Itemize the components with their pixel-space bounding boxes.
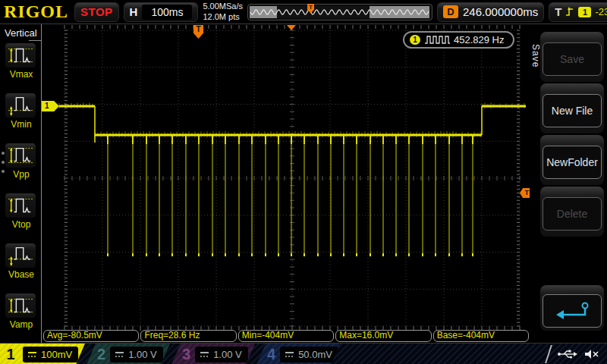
delay-readout: D 246.000000ms bbox=[437, 2, 544, 22]
timebase-value: 100ms bbox=[142, 5, 192, 20]
channel-number: 4 bbox=[267, 344, 275, 364]
channel-scale: 100mV bbox=[41, 349, 72, 360]
trigger-label: T bbox=[555, 5, 561, 18]
vtop-icon bbox=[5, 193, 36, 218]
frequency-counter: 1 452.829 Hz bbox=[403, 31, 514, 49]
acquisition-info: 5.00MSa/s 12.0M pts bbox=[203, 2, 243, 21]
save-button[interactable]: Save bbox=[543, 42, 602, 76]
preview-waveform-icon bbox=[248, 5, 432, 20]
dc-coupling-icon bbox=[27, 351, 37, 358]
measurement-avg: Avg=-80.5mV bbox=[43, 330, 139, 342]
channel-1-status[interactable]: 1 100mV bbox=[0, 344, 85, 364]
measurement-freq: Freq=28.6 Hz bbox=[140, 330, 236, 342]
trigger-edge-icon bbox=[565, 5, 574, 18]
menu-tab-label: Save bbox=[530, 44, 541, 67]
channel-scale: 50.0mV bbox=[298, 349, 332, 360]
channel-status-bar: 1 100mV 2 1.00 V 3 bbox=[0, 343, 607, 364]
menu-item-vpp[interactable]: Vpp bbox=[5, 143, 38, 180]
memory-depth: 12.0M pts bbox=[203, 12, 243, 22]
status-bar-divider bbox=[545, 345, 552, 363]
menu-item-label: Vmax bbox=[5, 69, 38, 80]
menu-item-label: Vpp bbox=[5, 169, 38, 180]
softkey-card bbox=[540, 285, 604, 331]
delete-button[interactable]: Delete bbox=[543, 197, 602, 231]
channel-4-status[interactable]: 4 50.0mV bbox=[256, 344, 340, 364]
back-button[interactable] bbox=[543, 294, 602, 328]
vpp-icon bbox=[5, 143, 36, 168]
vbase-icon bbox=[5, 243, 36, 268]
vamp-icon bbox=[5, 293, 36, 318]
vmax-icon bbox=[5, 42, 36, 68]
speaker-muted-icon bbox=[583, 348, 599, 360]
measurement-base: Base=-404mV bbox=[433, 330, 529, 342]
menu-item-vmin[interactable]: Vmin bbox=[5, 93, 38, 130]
softkey-card: New File bbox=[540, 83, 604, 133]
counter-channel-badge: 1 bbox=[410, 35, 420, 45]
return-arrow-icon bbox=[550, 300, 594, 322]
softkey-card: Delete bbox=[540, 187, 604, 237]
menu-scroll-dots bbox=[2, 152, 5, 173]
dc-coupling-icon bbox=[200, 351, 209, 358]
dc-coupling-icon bbox=[285, 351, 294, 358]
new-file-button[interactable]: New File bbox=[543, 94, 602, 127]
menu-item-label: Vamp bbox=[5, 319, 38, 330]
menu-item-vmax[interactable]: Vmax bbox=[5, 42, 38, 80]
delay-value: 246.000000ms bbox=[463, 5, 538, 18]
channel-number: 2 bbox=[97, 344, 105, 364]
waveform-display: T 1 T 1 452.829 Hz Avg=-80.5mV Freq=28.6… bbox=[42, 24, 530, 343]
save-softkey-menu: Save Save New File NewFolder Delete bbox=[530, 24, 607, 343]
vertical-measure-menu: Vertical Vmax Vmin bbox=[0, 24, 42, 343]
rigol-logo: RIGOL bbox=[2, 2, 70, 22]
channel-2-status[interactable]: 2 1.00 V bbox=[86, 344, 170, 364]
squarewave-icon bbox=[424, 35, 450, 45]
channel-scale: 1.00 V bbox=[128, 349, 157, 360]
oscilloscope-screen: RIGOL STOP H 100ms 5.00MSa/s 12.0M pts T… bbox=[0, 0, 607, 364]
measurement-min: Min=-404mV bbox=[238, 330, 334, 342]
counter-value: 452.829 Hz bbox=[454, 34, 505, 46]
trigger-level-value: -232mV bbox=[595, 6, 607, 17]
dc-coupling-icon bbox=[115, 351, 124, 358]
main-area: Vertical Vmax Vmin bbox=[0, 24, 607, 343]
channel-scale: 1.00 V bbox=[213, 349, 242, 360]
menu-title: Vertical bbox=[0, 24, 41, 39]
channel-3-status[interactable]: 3 1.00 V bbox=[171, 344, 255, 364]
new-folder-button[interactable]: NewFolder bbox=[543, 146, 602, 179]
horizontal-timebase-box: H 100ms bbox=[124, 2, 199, 22]
menu-item-label: Vtop bbox=[5, 219, 38, 230]
menu-item-vtop[interactable]: Vtop bbox=[5, 193, 38, 230]
vmin-icon bbox=[5, 93, 36, 118]
menu-item-vbase[interactable]: Vbase bbox=[5, 243, 38, 280]
menu-item-label: Vmin bbox=[5, 119, 38, 130]
menu-item-vamp[interactable]: Vamp bbox=[5, 293, 38, 330]
trigger-readout: T 1 -232mV bbox=[549, 2, 607, 22]
usb-icon bbox=[557, 348, 577, 360]
run-state-indicator: STOP bbox=[74, 2, 119, 22]
sample-rate: 5.00MSa/s bbox=[203, 2, 243, 11]
softkey-card: Save bbox=[540, 32, 604, 82]
memory-waveform-preview[interactable]: T bbox=[247, 4, 432, 20]
menu-tab-notch bbox=[29, 40, 42, 41]
horizontal-label: H bbox=[130, 5, 138, 18]
delay-badge: D bbox=[443, 5, 458, 18]
trigger-source-badge: 1 bbox=[578, 7, 591, 17]
top-bar: RIGOL STOP H 100ms 5.00MSa/s 12.0M pts T… bbox=[0, 0, 607, 24]
measurement-row: Avg=-80.5mV Freq=28.6 Hz Min=-404mV Max=… bbox=[43, 330, 529, 342]
measurement-max: Max=16.0mV bbox=[335, 330, 431, 342]
scope-graticule-waveform bbox=[42, 24, 530, 343]
trigger-center-marker bbox=[287, 25, 296, 30]
channel-number: 1 bbox=[3, 344, 18, 364]
menu-item-label: Vbase bbox=[5, 269, 38, 280]
channel-number: 3 bbox=[182, 344, 190, 364]
softkey-card: NewFolder bbox=[540, 135, 604, 185]
